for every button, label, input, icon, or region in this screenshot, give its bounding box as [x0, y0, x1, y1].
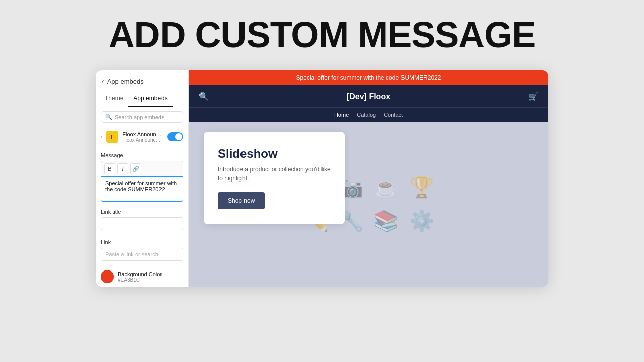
left-panel: ‹ App embeds Theme App embeds 🔍 Search a…	[96, 70, 189, 287]
bg-icon-trophy: 🏆	[409, 175, 434, 199]
store-header: 🔍 [Dev] Floox 🛒	[189, 85, 548, 107]
background-color-info: Background Color #EA3B1C	[118, 271, 162, 283]
app-embed-item[interactable]: › F Floox Announcement Bar Floox Announc…	[96, 127, 188, 147]
page-title: ADD CUSTOM MESSAGE	[109, 14, 536, 55]
tab-theme[interactable]: Theme	[100, 90, 128, 107]
app-embed-info: Floox Announcement Bar Floox Announcemen…	[122, 131, 163, 143]
link-title-field-group: Link title	[101, 209, 183, 234]
link-label: Link	[101, 239, 183, 245]
background-color-name: Background Color	[118, 271, 162, 277]
slideshow-description: Introduce a product or collection you'd …	[218, 165, 331, 183]
ui-container: ‹ App embeds Theme App embeds 🔍 Search a…	[96, 70, 548, 287]
search-icon: 🔍	[105, 114, 112, 120]
link-input[interactable]	[101, 248, 183, 261]
settings-panel: Message B I 🔗 Special offer for summer w…	[96, 147, 188, 287]
app-embed-name: Floox Announcement Bar	[122, 131, 163, 137]
nav-home[interactable]: Home	[334, 112, 349, 118]
italic-button[interactable]: I	[117, 163, 128, 174]
search-placeholder: Search app embeds	[115, 114, 164, 120]
slideshow-title: Slideshow	[218, 147, 331, 161]
link-button[interactable]: 🔗	[130, 163, 141, 174]
bg-icon-cup: ☕	[374, 175, 399, 199]
bg-icon-books: 📚	[374, 209, 399, 233]
store-body: ⌚ 📷 ☕ 🏆 ✏️ 🔧 📚 ⚙️ Slideshow Introduce a …	[189, 122, 548, 287]
right-panel: Special offer for summer with the code S…	[189, 70, 548, 287]
background-color-swatch[interactable]	[101, 270, 114, 283]
back-label: App embeds	[107, 78, 144, 85]
message-field-group: Message B I 🔗 Special offer for summer w…	[101, 152, 183, 204]
nav-catalog[interactable]: Catalog	[357, 112, 376, 118]
bg-icon-gear: ⚙️	[409, 209, 434, 233]
chevron-icon: ›	[101, 134, 102, 140]
tabs-row: Theme App embeds	[96, 90, 188, 107]
back-header[interactable]: ‹ App embeds	[96, 70, 188, 90]
message-textarea[interactable]: Special offer for summer with the code S…	[101, 176, 183, 202]
search-icon-header: 🔍	[199, 92, 209, 101]
bold-button[interactable]: B	[104, 163, 115, 174]
message-label: Message	[101, 152, 183, 158]
shop-now-button[interactable]: Shop now	[218, 192, 265, 209]
app-icon: F	[106, 131, 118, 143]
slideshow-card: Slideshow Introduce a product or collect…	[204, 132, 345, 224]
store-title: [Dev] Floox	[347, 92, 390, 101]
message-toolbar: B I 🔗	[101, 161, 183, 176]
tab-app-embeds[interactable]: App embeds	[128, 90, 172, 107]
background-color-hex: #EA3B1C	[118, 277, 162, 283]
store-nav: Home Catalog Contact	[189, 107, 548, 122]
app-embed-sub: Floox Announcement Bar	[122, 137, 163, 143]
nav-contact[interactable]: Contact	[384, 112, 403, 118]
back-arrow-icon: ‹	[102, 77, 104, 85]
link-field-group: Link	[101, 239, 183, 265]
cart-icon: 🛒	[528, 92, 538, 101]
search-box[interactable]: 🔍 Search app embeds	[101, 111, 183, 123]
search-row: 🔍 Search app embeds	[96, 107, 188, 127]
background-color-row: Background Color #EA3B1C	[101, 270, 183, 283]
announcement-bar: Special offer for summer with the code S…	[189, 70, 548, 85]
app-embed-toggle[interactable]	[167, 132, 183, 141]
link-title-input[interactable]	[101, 217, 183, 230]
link-title-label: Link title	[101, 209, 183, 215]
